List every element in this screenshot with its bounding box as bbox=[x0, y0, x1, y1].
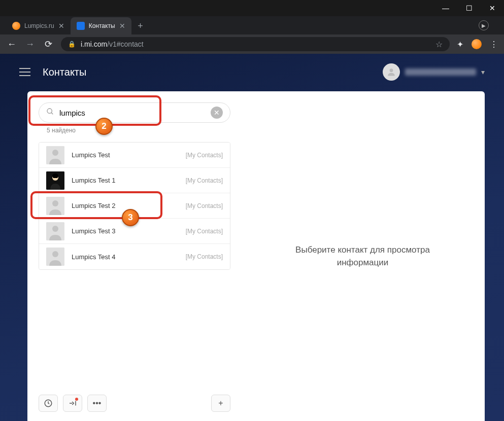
favicon-icon bbox=[77, 22, 85, 30]
main-card: 2 ✕ 5 найдено 3 Lump bbox=[27, 91, 485, 421]
browser-toolbar: ← → ⟳ 🔒 i.mi.com/v1#contact ☆ ✦ ⋮ bbox=[0, 34, 504, 54]
browser-menu-icon[interactable]: ⋮ bbox=[490, 40, 498, 49]
forward-button[interactable]: → bbox=[24, 39, 36, 50]
merge-button[interactable] bbox=[63, 395, 82, 412]
user-name bbox=[405, 68, 476, 76]
url-text: i.mi.com/v1#contact bbox=[81, 40, 144, 48]
history-button[interactable] bbox=[39, 395, 58, 412]
search-input-wrapper[interactable]: ✕ bbox=[39, 102, 230, 123]
notification-dot-icon bbox=[75, 398, 78, 401]
back-button[interactable]: ← bbox=[6, 39, 17, 50]
clear-search-button[interactable]: ✕ bbox=[211, 107, 223, 119]
extensions-icon[interactable]: ✦ bbox=[457, 40, 463, 49]
window-titlebar: — ☐ ✕ bbox=[0, 0, 504, 16]
bookmark-star-icon[interactable]: ☆ bbox=[435, 40, 443, 49]
chevron-down-icon: ▾ bbox=[481, 68, 485, 76]
svg-line-2 bbox=[51, 113, 53, 114]
app-viewport: Контакты ▾ 2 ✕ 5 найдено bbox=[0, 54, 504, 421]
media-control-icon[interactable]: ▶ bbox=[479, 20, 489, 30]
search-result-count: 5 найдено bbox=[47, 127, 230, 134]
svg-point-0 bbox=[390, 68, 393, 72]
contact-name: Lumpics Test 3 bbox=[72, 227, 179, 235]
contact-list: Lumpics Test [My Contacts] Lumpics Test … bbox=[39, 142, 230, 270]
empty-state-text: Выберите контакт для просмотра информаци… bbox=[295, 243, 430, 269]
tab-title: Lumpics.ru bbox=[24, 22, 54, 29]
search-input[interactable] bbox=[59, 109, 206, 117]
tab-close-icon[interactable]: ✕ bbox=[119, 22, 125, 30]
tab-close-icon[interactable]: ✕ bbox=[58, 22, 64, 30]
avatar-icon bbox=[46, 171, 64, 190]
contact-tag: [My Contacts] bbox=[186, 253, 223, 260]
panel-footer: ••• + bbox=[39, 387, 230, 412]
annotation-badge-3: 3 bbox=[122, 209, 139, 226]
favicon-icon bbox=[12, 22, 20, 30]
app-header: Контакты ▾ bbox=[0, 54, 504, 90]
browser-tab-contacts[interactable]: Контакты ✕ bbox=[71, 17, 131, 34]
window-maximize-button[interactable]: ☐ bbox=[457, 0, 481, 16]
browser-tab-lumpics[interactable]: Lumpics.ru ✕ bbox=[6, 17, 71, 34]
avatar-icon bbox=[46, 146, 64, 164]
search-icon bbox=[46, 108, 54, 118]
contact-row[interactable]: Lumpics Test 1 [My Contacts] bbox=[39, 168, 230, 193]
menu-hamburger-icon[interactable] bbox=[19, 68, 30, 76]
avatar-icon bbox=[46, 197, 64, 215]
more-button[interactable]: ••• bbox=[87, 395, 107, 412]
contact-name: Lumpics Test bbox=[72, 151, 179, 159]
lock-icon: 🔒 bbox=[68, 41, 76, 48]
contact-name: Lumpics Test 2 bbox=[72, 202, 179, 209]
extension-lumpics-icon[interactable] bbox=[472, 39, 482, 49]
contact-tag: [My Contacts] bbox=[186, 228, 223, 235]
tab-title: Контакты bbox=[89, 22, 115, 29]
user-avatar-icon bbox=[383, 63, 400, 81]
user-menu[interactable]: ▾ bbox=[383, 63, 485, 81]
contact-tag: [My Contacts] bbox=[186, 177, 223, 184]
contact-tag: [My Contacts] bbox=[186, 202, 223, 209]
contact-name: Lumpics Test 1 bbox=[72, 177, 179, 184]
contact-tag: [My Contacts] bbox=[186, 152, 223, 159]
contact-row[interactable]: Lumpics Test 4 [My Contacts] bbox=[39, 244, 230, 269]
browser-tab-strip: Lumpics.ru ✕ Контакты ✕ + ▶ bbox=[0, 16, 504, 34]
contact-row[interactable]: Lumpics Test [My Contacts] bbox=[39, 143, 230, 168]
window-close-button[interactable]: ✕ bbox=[481, 0, 504, 16]
window-minimize-button[interactable]: — bbox=[434, 0, 457, 16]
detail-panel: Выберите контакт для просмотра информаци… bbox=[241, 91, 485, 421]
svg-point-10 bbox=[52, 226, 58, 232]
svg-point-12 bbox=[52, 251, 58, 257]
contacts-panel: 2 ✕ 5 найдено 3 Lump bbox=[27, 91, 241, 421]
page-title: Контакты bbox=[43, 66, 86, 78]
svg-point-8 bbox=[52, 200, 58, 206]
contact-name: Lumpics Test 4 bbox=[72, 253, 179, 261]
annotation-badge-2: 2 bbox=[95, 118, 113, 135]
svg-point-1 bbox=[47, 109, 52, 113]
add-contact-button[interactable]: + bbox=[211, 395, 230, 412]
svg-point-4 bbox=[52, 150, 58, 156]
address-bar[interactable]: 🔒 i.mi.com/v1#contact ☆ bbox=[61, 37, 450, 51]
avatar-icon bbox=[46, 248, 64, 266]
avatar-icon bbox=[46, 222, 64, 240]
new-tab-button[interactable]: + bbox=[133, 19, 148, 33]
reload-button[interactable]: ⟳ bbox=[43, 39, 54, 50]
